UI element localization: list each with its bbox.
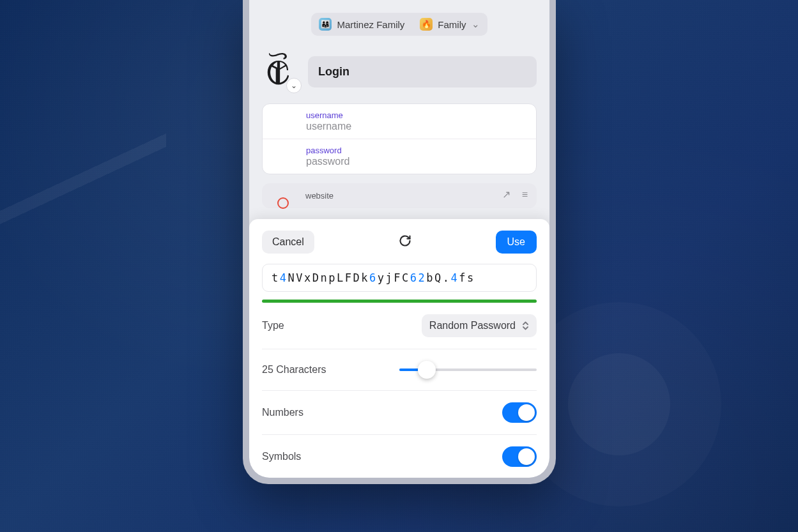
family-group-icon: 👨‍👩‍👧: [319, 18, 332, 31]
username-field[interactable]: username username: [263, 104, 536, 139]
password-type-select[interactable]: Random Password: [422, 314, 537, 337]
numbers-toggle[interactable]: [502, 402, 537, 423]
item-title-input[interactable]: Login: [308, 56, 537, 87]
numbers-label: Numbers: [262, 407, 303, 418]
use-button[interactable]: Use: [496, 231, 537, 254]
refresh-icon: [399, 234, 411, 247]
password-field[interactable]: password password: [263, 139, 536, 174]
cancel-button[interactable]: Cancel: [262, 231, 314, 254]
type-value: Random Password: [429, 320, 516, 331]
vault-group-label: Martinez Family: [337, 19, 404, 30]
vault-group-pill[interactable]: 👨‍👩‍👧 Martinez Family: [311, 13, 412, 36]
chevron-down-icon: ⌄: [472, 19, 480, 30]
updown-icon: [522, 321, 529, 331]
credentials-card: username username password password: [262, 103, 537, 174]
password-generator-sheet: Cancel Use t4NVxDnpLFDk6yjFC62bQ.4fs Typ…: [249, 219, 549, 478]
open-link-icon[interactable]: ↗: [502, 188, 510, 201]
vault-shared-pill[interactable]: 🔥 Family ⌄: [412, 13, 487, 36]
site-icon-picker[interactable]: ⌄: [286, 78, 302, 93]
more-icon[interactable]: ≡: [522, 189, 528, 201]
regenerate-button[interactable]: [399, 234, 411, 250]
chevron-down-icon: ⌄: [291, 81, 297, 90]
username-placeholder: username: [306, 121, 526, 132]
symbols-label: Symbols: [262, 451, 301, 462]
website-field[interactable]: website ↗ ≡: [262, 183, 537, 208]
password-label: password: [306, 146, 526, 155]
vault-selector: 👨‍👩‍👧 Martinez Family 🔥 Family ⌄: [249, 13, 549, 36]
password-placeholder: password: [306, 156, 526, 167]
remove-icon[interactable]: [277, 197, 289, 209]
phone-frame: 👨‍👩‍👧 Martinez Family 🔥 Family ⌄ ⌄ Login: [243, 0, 556, 484]
item-title-text: Login: [318, 65, 349, 78]
cancel-label: Cancel: [272, 236, 304, 247]
shared-vault-icon: 🔥: [420, 18, 433, 31]
length-slider[interactable]: [399, 361, 537, 379]
website-label: website: [305, 191, 526, 201]
vault-shared-label: Family: [438, 19, 466, 30]
length-label: 25 Characters: [262, 364, 326, 376]
app-screen: 👨‍👩‍👧 Martinez Family 🔥 Family ⌄ ⌄ Login: [249, 0, 549, 478]
username-label: username: [306, 110, 526, 120]
symbols-toggle[interactable]: [502, 446, 537, 467]
type-label: Type: [262, 320, 284, 331]
use-label: Use: [507, 236, 525, 247]
generated-password-display[interactable]: t4NVxDnpLFDk6yjFC62bQ.4fs: [262, 264, 537, 292]
slider-thumb[interactable]: [418, 361, 436, 379]
